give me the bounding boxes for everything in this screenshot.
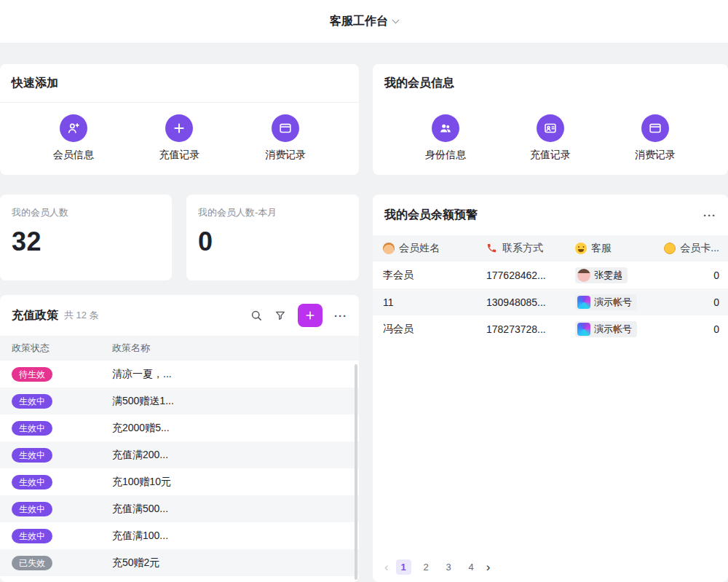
policy-row[interactable]: 生效中 充值满100... [0, 522, 359, 549]
member-consume-record-button[interactable]: 消费记录 [635, 114, 676, 162]
column-header-card-balance: 会员卡... [649, 242, 728, 255]
my-member-info-actions: 身份信息 充值记录 消费记录 [373, 103, 728, 162]
policy-name: 充值满100... [112, 530, 359, 543]
quick-add-consume-record-button[interactable]: 消费记录 [265, 114, 306, 162]
card-icon [272, 114, 299, 142]
stat-label: 我的会员人数 [12, 206, 160, 219]
more-options-button[interactable]: ··· [334, 310, 347, 322]
stat-card-member-count-month: 我的会员人数-本月 0 [186, 194, 359, 280]
member-name: 11 [373, 296, 486, 308]
policy-row[interactable]: 已失效 充50赠2元 [0, 549, 359, 576]
policy-row[interactable]: 待生效 清凉一夏，... [0, 361, 359, 388]
member-name: 李会员 [373, 269, 486, 282]
page-button-1[interactable]: 1 [396, 559, 411, 575]
identity-info-button[interactable]: 身份信息 [425, 114, 466, 162]
service-tag: 演示帐号 [575, 321, 637, 337]
quick-add-actions: 会员信息 充值记录 消费记录 [0, 103, 359, 162]
money-emoji-icon [664, 243, 676, 254]
column-header-name: 政策名称 [112, 342, 359, 355]
stat-label: 我的会员人数-本月 [198, 206, 347, 219]
phone-icon [486, 243, 498, 254]
policy-row[interactable]: 生效中 满500赠送1... [0, 388, 359, 414]
quick-add-member-info-button[interactable]: 会员信息 [53, 114, 94, 162]
card-icon [641, 114, 669, 142]
quick-add-title: 快速添加 [12, 76, 58, 91]
member-contact: 178273728... [486, 323, 575, 335]
column-header-status: 政策状态 [0, 342, 112, 355]
avatar [577, 323, 590, 336]
pagination: ‹ 1 2 3 4 › [384, 559, 490, 575]
policy-name: 满500赠送1... [112, 395, 359, 408]
avatar [577, 296, 590, 309]
policy-row[interactable]: 生效中 充2000赠5... [0, 414, 359, 441]
member-row[interactable]: 李会员 177628462... 张雯越 0 [373, 261, 728, 288]
action-label: 会员信息 [53, 149, 94, 162]
quick-add-card-header: 快速添加 [0, 64, 359, 103]
column-label: 客服 [591, 242, 612, 255]
service-tag: 张雯越 [575, 267, 628, 283]
chevron-right-icon[interactable]: › [486, 560, 491, 575]
policy-name: 充50赠2元 [112, 557, 359, 570]
policy-name: 充值满500... [112, 503, 359, 516]
policy-row[interactable]: 生效中 充100赠10元 [0, 468, 359, 495]
chevron-left-icon[interactable]: ‹ [384, 560, 389, 575]
balance-warning-header: 我的会员余额预警 ··· [373, 194, 728, 235]
person-plus-icon [60, 114, 87, 142]
column-header-service: 客服 [575, 242, 649, 255]
policy-name: 清凉一夏，... [112, 368, 359, 381]
service-tag: 演示帐号 [575, 294, 637, 310]
status-badge: 生效中 [12, 394, 52, 409]
quick-add-recharge-record-button[interactable]: 充值记录 [159, 114, 199, 162]
action-label: 充值记录 [159, 149, 199, 162]
member-balance: 0 [649, 296, 728, 308]
recharge-policy-card: 充值政策 共 12 条 ··· 政策状态 政策名称 待生效 清凉一夏，... 生… [0, 295, 359, 582]
chevron-down-icon [392, 17, 400, 24]
avatar [577, 269, 590, 282]
column-header-member-name: 会员姓名 [373, 242, 486, 255]
recharge-policy-header: 充值政策 共 12 条 ··· [0, 295, 359, 336]
member-row[interactable]: 11 130948085... 演示帐号 0 [373, 288, 728, 315]
workspace-switcher[interactable]: 客服工作台 [330, 14, 398, 29]
page-button-2[interactable]: 2 [419, 559, 434, 575]
page-title: 客服工作台 [330, 14, 388, 29]
column-label: 会员姓名 [399, 242, 440, 255]
status-badge: 已失效 [12, 556, 52, 570]
status-badge: 生效中 [12, 475, 52, 489]
member-recharge-record-button[interactable]: 充值记录 [530, 114, 571, 162]
action-label: 身份信息 [425, 149, 466, 162]
member-row[interactable]: 冯会员 178273728... 演示帐号 0 [373, 315, 728, 342]
policy-name: 充2000赠5... [112, 422, 359, 435]
page-button-3[interactable]: 3 [441, 559, 456, 575]
member-balance: 0 [649, 323, 728, 335]
quick-add-card: 快速添加 会员信息 充值记录 消费记录 [0, 64, 359, 175]
balance-warning-title: 我的会员余额预警 [384, 208, 478, 223]
service-name: 演示帐号 [594, 323, 632, 336]
vertical-scrollbar[interactable] [355, 364, 357, 580]
add-policy-button[interactable] [298, 304, 323, 327]
service-name: 演示帐号 [594, 296, 632, 309]
id-card-icon [537, 114, 564, 142]
search-icon[interactable] [250, 309, 263, 322]
stat-card-member-count: 我的会员人数 32 [0, 194, 172, 280]
policy-row[interactable]: 生效中 充值满500... [0, 495, 359, 522]
more-options-button[interactable]: ··· [703, 209, 716, 221]
policy-row[interactable]: 生效中 充值满200... [0, 441, 359, 468]
recharge-policy-title: 充值政策 [12, 308, 58, 323]
filter-icon[interactable] [274, 310, 286, 321]
people-icon [432, 114, 459, 142]
member-contact: 177628462... [486, 270, 575, 281]
status-badge: 生效中 [12, 421, 52, 436]
policy-toolbar: ··· [250, 304, 347, 327]
status-badge: 生效中 [12, 448, 52, 463]
policy-name: 充值满200... [112, 449, 359, 462]
status-badge: 生效中 [12, 502, 52, 516]
stat-value: 32 [12, 227, 160, 257]
status-badge: 生效中 [12, 529, 52, 543]
person-emoji-icon [383, 243, 395, 254]
service-name: 张雯越 [594, 269, 622, 282]
policy-name: 充100赠10元 [112, 476, 359, 489]
member-contact: 130948085... [486, 296, 575, 308]
warning-table-header: 会员姓名 联系方式 客服 会员卡... [373, 235, 728, 261]
page-button-4[interactable]: 4 [464, 559, 479, 575]
status-badge: 待生效 [12, 367, 52, 382]
